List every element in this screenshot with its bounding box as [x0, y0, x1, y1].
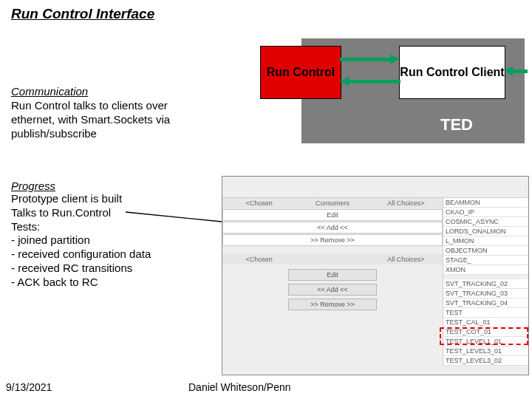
arrow-client-to-rc-head: [340, 76, 349, 86]
ss-r1-4[interactable]: L_MMON: [443, 236, 528, 246]
arrow-client-to-rc-shaft: [349, 80, 400, 83]
ss-edit-btn-2[interactable]: Edit: [288, 269, 377, 281]
ted-label: TED: [440, 115, 473, 134]
progress-line-0: Prototype client is built: [11, 192, 211, 206]
communication-heading: Communication: [11, 85, 88, 98]
ss-remove-row-1[interactable]: >> Remove >>: [222, 234, 443, 246]
progress-line-1: Talks to Run.Control: [11, 206, 211, 220]
ss-add-btn-2[interactable]: << Add <<: [288, 284, 377, 296]
ss-r2-7[interactable]: TEST_LEVEL3_01: [443, 347, 528, 356]
ss-add-row-1[interactable]: << Add <<: [222, 222, 443, 233]
ss-r2-8[interactable]: TEST_LEVEL3_02: [443, 356, 528, 366]
progress-line-6: - ACK back to RC: [11, 276, 211, 290]
ss-header-consumers: Consumers: [296, 198, 369, 208]
ss-col-chosen-1: <Chosen: [222, 198, 296, 208]
highlight-box: [440, 327, 528, 345]
ss-r1-6[interactable]: STAGE_: [443, 256, 528, 265]
ss-r1-7[interactable]: XMON: [443, 265, 528, 275]
footer-date: 9/13/2021: [6, 381, 52, 393]
ss-r2-4[interactable]: TEST_CAL_01: [443, 318, 528, 327]
screenshot-panel: <Chosen Consumers All Choices> Edit << A…: [222, 176, 529, 375]
arrow-into-client-shaft: [513, 69, 528, 73]
arrow-rc-to-client-shaft: [340, 58, 392, 61]
ss-r1-2[interactable]: COSMIC_ASYNC: [443, 217, 528, 227]
ss-r2-3[interactable]: TEST: [443, 308, 528, 318]
ss-r1-1[interactable]: CKAO_IP: [443, 208, 528, 217]
ss-r1-5[interactable]: OBJECTMON: [443, 246, 528, 256]
communication-body: Run Control talks to clients over ethern…: [11, 99, 211, 140]
progress-line-5: - received RC transitions: [11, 262, 211, 276]
page-title: Run Control Interface: [11, 6, 154, 22]
run-control-client-box: Run Control Client: [399, 46, 505, 99]
ss-col-all-1: All Choices>: [369, 198, 443, 208]
ss-col-chosen-2: <Chosen: [222, 254, 296, 265]
progress-line-4: - received configuration data: [11, 248, 211, 262]
ss-r2-2[interactable]: SVT_TRACKING_04: [443, 299, 528, 308]
progress-line-3: - joined partition: [11, 233, 211, 248]
client-text: Run Control Client: [400, 66, 504, 79]
progress-heading: Progress: [11, 180, 211, 192]
arrow-into-client-head: [504, 66, 513, 76]
ss-remove-btn-2[interactable]: >> Remove >>: [288, 299, 377, 310]
ss-edit-row-1[interactable]: Edit: [222, 209, 443, 221]
ss-col-all-2: All Choices>: [369, 254, 443, 265]
ss-r1-3[interactable]: LORDS_ONALMON: [443, 227, 528, 236]
run-control-box: Run Control: [260, 46, 341, 99]
footer-author: Daniel Whiteson/Penn: [188, 381, 291, 393]
ss-r2-1[interactable]: SVT_TRACKING_03: [443, 289, 528, 299]
arrow-rc-to-client-head: [390, 54, 399, 64]
ss-r1-0[interactable]: BEAMMON: [443, 198, 528, 208]
run-control-text: Run Control: [267, 66, 335, 79]
progress-line-2: Tests:: [11, 220, 211, 234]
progress-block: Progress Prototype client is built Talks…: [11, 180, 211, 289]
ss-r2-0[interactable]: SVT_TRACKING_02: [443, 279, 528, 289]
